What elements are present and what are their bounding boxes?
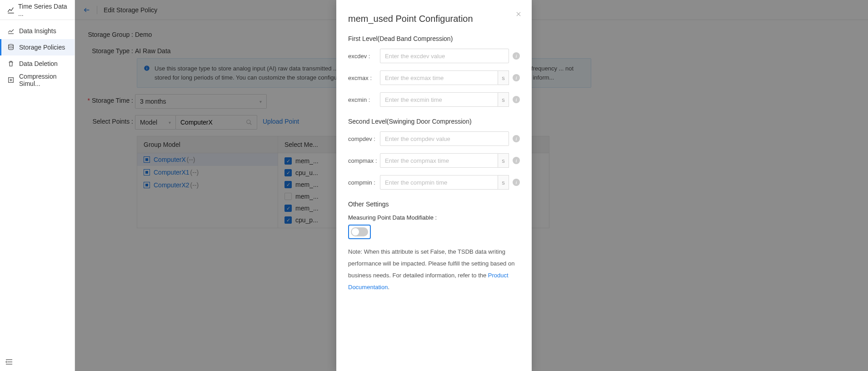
compdev-label: compdev : [348,135,380,142]
unit-seconds: s [498,70,509,85]
unit-seconds: s [498,175,509,190]
info-icon[interactable]: i [513,74,520,81]
section-other-settings: Other Settings [336,197,532,214]
compmin-label: compmin : [348,179,380,186]
excmin-label: excmin : [348,96,380,103]
info-icon[interactable]: i [513,52,520,60]
compmax-label: compmax : [348,157,380,164]
section-first-level: First Level(Dead Band Compression) [336,35,532,49]
modal-close-button[interactable] [515,11,522,17]
unit-seconds: s [498,92,509,107]
compmax-input[interactable] [380,153,498,168]
excmax-input[interactable] [380,70,498,85]
modal-title: mem_used Point Configuration [336,0,532,35]
info-icon[interactable]: i [513,135,520,142]
point-config-modal: mem_used Point Configuration First Level… [336,0,532,371]
excdev-input[interactable] [380,49,509,63]
excmax-label: excmax : [348,75,380,81]
modifiable-switch-highlight [348,225,371,239]
info-icon[interactable]: i [513,96,520,103]
compdev-input[interactable] [380,131,509,146]
info-icon[interactable]: i [513,157,520,164]
unit-seconds: s [498,153,509,168]
modifiable-label: Measuring Point Data Modifiable : [336,214,532,225]
modifiable-note: Note: When this attribute is set False, … [336,246,532,293]
excdev-label: excdev : [348,53,380,60]
compmin-input[interactable] [380,175,498,190]
note-suffix: . [388,284,389,291]
modal-wrap: mem_used Point Configuration First Level… [0,0,868,371]
section-second-level: Second Level(Swinging Door Compression) [336,114,532,131]
info-icon[interactable]: i [513,179,520,186]
modifiable-switch[interactable] [351,227,368,236]
excmin-input[interactable] [380,92,498,107]
